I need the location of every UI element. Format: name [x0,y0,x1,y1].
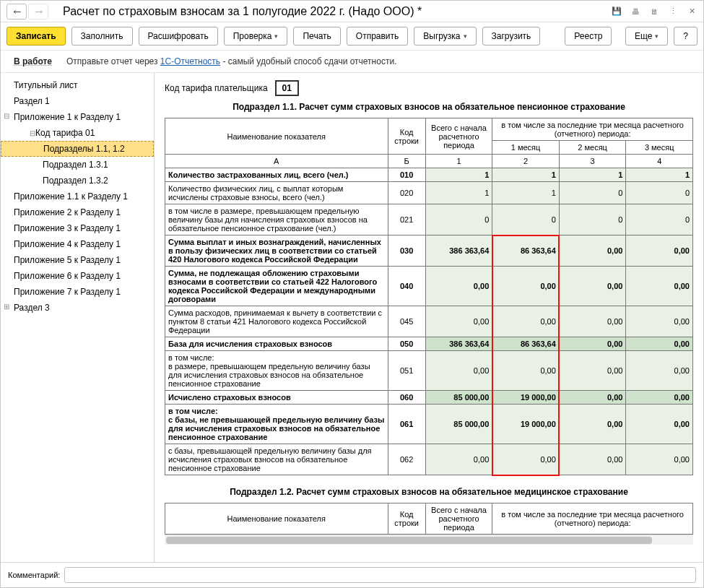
col-code: Код строки [388,118,425,155]
cell-value[interactable]: 0,00 [626,405,693,444]
cell-value[interactable]: 0,00 [492,306,560,337]
cell-value[interactable]: 0,00 [626,306,693,337]
menu-icon[interactable]: ⋮ [667,6,679,17]
tree-item[interactable]: Приложение 1.1 к Разделу 1 [1,189,154,204]
preview-icon[interactable]: 🗎 [648,6,660,17]
cell-value[interactable]: 0,00 [626,391,693,405]
cell-value[interactable]: 0,00 [492,351,560,391]
cell-value[interactable]: 19 000,00 [492,391,560,405]
tree-item[interactable]: Раздел 3 [1,300,154,316]
section-1-1-title: Подраздел 1.1. Расчет сумм страховых взн… [165,102,693,112]
cell-value[interactable]: 85 000,00 [425,405,492,444]
registry-button[interactable]: Реестр [565,27,612,46]
row-code: 030 [388,235,425,267]
cell-value[interactable]: 0 [626,182,693,204]
report-content: Код тарифа плательщика 01 Подраздел 1.1.… [155,73,703,562]
load-button[interactable]: Загрузить [482,27,541,46]
cell-value[interactable]: 1 [492,182,560,204]
tree-item[interactable]: Титульный лист [1,77,154,93]
cell-value[interactable]: 0,00 [626,235,693,267]
horizontal-scrollbar[interactable] [165,535,693,545]
cell-value[interactable]: 386 363,64 [425,337,492,351]
help-button[interactable]: ? [674,27,698,46]
cell-value[interactable]: 86 363,64 [492,337,560,351]
nav-forward-button[interactable]: 🡒 [28,4,48,20]
nav-back-button[interactable]: 🡐 [6,4,27,20]
tree-item[interactable]: Приложение 1 к Разделу 1 [1,109,154,125]
export-button[interactable]: Выгрузка [414,27,476,46]
tree-item[interactable]: Приложение 5 к Разделу 1 [1,252,154,268]
write-button[interactable]: Записать [6,27,66,46]
cell-value[interactable]: 0,00 [626,337,693,351]
cell-value[interactable]: 1 [492,168,560,182]
check-button[interactable]: Проверка [224,27,288,46]
cell-value[interactable]: 0,00 [425,267,492,306]
cell-value[interactable]: 0,00 [559,444,626,475]
cell-value[interactable]: 0,00 [559,235,626,267]
cell-value[interactable]: 0,00 [492,267,560,306]
cell-value[interactable]: 85 000,00 [425,391,492,405]
row-name: Сумма выплат и иных вознаграждений, начи… [165,235,388,267]
more-button[interactable]: Еще [625,27,668,46]
save-icon[interactable]: 💾 [611,6,622,17]
tree-item[interactable]: Подраздел 1.3.1 [1,157,154,173]
cell-value[interactable]: 0,00 [425,306,492,337]
cell-value[interactable]: 86 363,64 [492,235,560,267]
cell-value[interactable]: 0,00 [559,337,626,351]
cell-value[interactable]: 0,00 [559,351,626,391]
footer: Комментарий: [1,562,703,587]
toolbar: Записать Заполнить Расшифровать Проверка… [1,22,703,51]
tree-item[interactable]: Приложение 3 к Разделу 1 [1,220,154,236]
tariff-value[interactable]: 01 [275,80,299,96]
cell-value[interactable]: 0,00 [425,444,492,475]
row-name: в том числе: в размере, превышающем пред… [165,351,388,391]
comment-input[interactable] [64,567,696,583]
cell-value[interactable]: 1 [425,168,492,182]
table-row: в том числе: с базы, не превышающей пред… [165,405,693,444]
1c-report-link[interactable]: 1С-Отчетность [160,56,220,66]
cell-value[interactable]: 0,00 [425,351,492,391]
cell-value[interactable]: 0,00 [626,444,693,475]
tree-item[interactable]: Приложение 6 к Разделу 1 [1,268,154,284]
cell-value[interactable]: 1 [559,168,626,182]
row-code: 045 [388,306,425,337]
status-link[interactable]: В работе [14,56,52,66]
table-row: Количество застрахованных лиц, всего (че… [165,168,693,182]
print-button[interactable]: Печать [293,27,340,46]
fill-button[interactable]: Заполнить [71,27,133,46]
row-name: Сумма, не подлежащая обложению страховым… [165,267,388,306]
cell-value[interactable]: 1 [626,168,693,182]
table-row: Сумма, не подлежащая обложению страховым… [165,267,693,306]
table-row: Количество физических лиц, с выплат кото… [165,182,693,204]
tree-item[interactable]: Раздел 1 [1,93,154,109]
decode-button[interactable]: Расшифровать [139,27,218,46]
cell-value[interactable]: 19 000,00 [492,405,560,444]
cell-value[interactable]: 0 [559,182,626,204]
cell-value[interactable]: 0,00 [559,306,626,337]
tree-item[interactable]: Код тарифа 01 [1,125,154,141]
print-icon[interactable]: 🖶 [630,6,641,17]
close-icon[interactable]: ✕ [686,6,698,17]
tree-item[interactable]: Приложение 2 к Разделу 1 [1,204,154,220]
cell-value[interactable]: 0,00 [559,267,626,306]
cell-value[interactable]: 0 [559,204,626,235]
cell-value[interactable]: 0,00 [559,391,626,405]
cell-value[interactable]: 0,00 [492,444,560,475]
tree-item[interactable]: Приложение 4 к Разделу 1 [1,236,154,252]
row-name: в том числе в размере, превышающем преде… [165,204,388,235]
table-row: База для исчисления страховых взносов050… [165,337,693,351]
tree-item[interactable]: Подраздел 1.3.2 [1,173,154,189]
row-name: Количество физических лиц, с выплат кото… [165,182,388,204]
cell-value[interactable]: 0,00 [559,405,626,444]
cell-value[interactable]: 386 363,64 [425,235,492,267]
tree-item[interactable]: Подразделы 1.1, 1.2 [1,141,154,157]
cell-value[interactable]: 0,00 [626,267,693,306]
tree-item[interactable]: Приложение 7 к Разделу 1 [1,284,154,300]
cell-value[interactable]: 1 [425,182,492,204]
cell-value[interactable]: 0 [626,204,693,235]
cell-value[interactable]: 0,00 [626,351,693,391]
table-row: в том числе: в размере, превышающем пред… [165,351,693,391]
cell-value[interactable]: 0 [492,204,560,235]
send-button[interactable]: Отправить [347,27,409,46]
cell-value[interactable]: 0 [425,204,492,235]
